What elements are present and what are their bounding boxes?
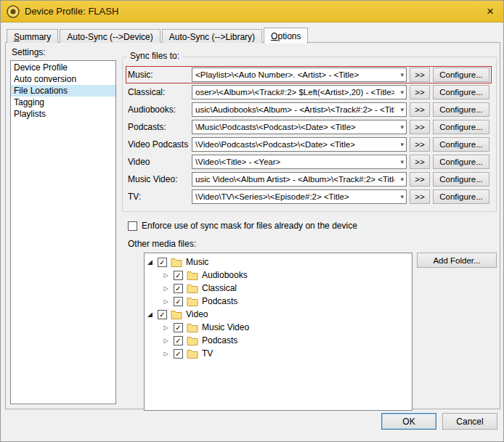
folder-icon (187, 271, 198, 280)
tv-mask-combobox[interactable]: \Video\TV\<Series>\<Episode#:2> <Title> … (192, 189, 407, 204)
classical-mask-combobox[interactable]: oser>\<Album>\<Track#:2> $Left(<Artist>,… (192, 85, 407, 99)
tree-item-music[interactable]: ◢ ✓ Music (146, 255, 410, 269)
close-icon[interactable]: × (477, 1, 503, 22)
sync-files-group-label: Sync files to: (127, 51, 182, 61)
tab-summary[interactable]: Summary (7, 29, 58, 43)
chevron-down-icon[interactable]: ▾ (400, 89, 404, 96)
settings-item-playlists[interactable]: Playlists (11, 108, 115, 120)
music-mask-combobox[interactable]: <Playlist>\<Auto Number>. <Artist> - <Ti… (192, 67, 407, 82)
tab-autosync-device[interactable]: Auto-Sync (-->Device) (60, 29, 160, 43)
expand-icon[interactable]: ▷ (162, 351, 170, 357)
tree-item-podcasts-music[interactable]: ▷ ✓ Podcasts (146, 295, 410, 308)
classical-mask-value: oser>\<Album>\<Track#:2> $Left(<Artist>,… (195, 88, 394, 97)
chevron-down-icon[interactable]: ▾ (400, 106, 404, 113)
video-mask-combobox[interactable]: \Video\<Title> - <Year> ▾ (192, 155, 407, 169)
music-video-configure-button[interactable]: Configure... (433, 172, 489, 187)
tree-label-music: Music (186, 257, 208, 267)
tree-checkbox-tv[interactable]: ✓ (174, 349, 183, 359)
tree-checkbox-audiobooks[interactable]: ✓ (174, 271, 183, 280)
audiobooks-mask-combobox[interactable]: usic\Audiobooks\<Album> - <Artist>\<Trac… (192, 102, 407, 117)
chevron-down-icon[interactable]: ▾ (400, 141, 404, 148)
folder-icon (187, 336, 198, 345)
sync-row-music-video: Music Video: usic Video\<Album Artist> -… (126, 171, 492, 188)
music-video-mask-value: usic Video\<Album Artist> - <Album>\<Tra… (195, 175, 394, 184)
tree-checkbox-music-video[interactable]: ✓ (174, 323, 183, 332)
audiobooks-label: Audiobooks: (128, 105, 189, 115)
tab-options[interactable]: Options (264, 28, 308, 44)
tree-label-music-video: Music Video (202, 322, 249, 332)
tv-configure-button[interactable]: Configure... (433, 189, 489, 204)
tree-item-tv[interactable]: ▷ ✓ TV (146, 347, 410, 360)
music-configure-button[interactable]: Configure... (433, 67, 489, 82)
chevron-down-icon[interactable]: ▾ (400, 71, 404, 78)
tree-checkbox-classical[interactable]: ✓ (174, 284, 183, 293)
video-more-button[interactable]: >> (410, 155, 430, 169)
tree-item-audiobooks[interactable]: ▷ ✓ Audiobooks (146, 269, 410, 282)
folder-icon (187, 349, 198, 359)
tree-label-audiobooks: Audiobooks (202, 270, 248, 280)
video-label: Video (128, 157, 189, 167)
settings-list: Device Profile Auto conversion File Loca… (10, 60, 116, 404)
settings-item-auto-conversion[interactable]: Auto conversion (11, 73, 115, 85)
tree-item-music-video[interactable]: ▷ ✓ Music Video (146, 321, 410, 334)
enforce-sync-mask-checkbox[interactable] (128, 221, 137, 231)
tab-strip: Summary Auto-Sync (-->Device) Auto-Sync … (7, 28, 309, 43)
music-video-more-button[interactable]: >> (410, 172, 430, 187)
other-media-files-label: Other media files: (128, 239, 497, 249)
classical-configure-button[interactable]: Configure... (433, 85, 489, 99)
options-panel: Settings: Device Profile Auto conversion… (5, 42, 500, 409)
collapse-icon[interactable]: ◢ (146, 258, 154, 266)
sync-row-music: Music: <Playlist>\<Auto Number>. <Artist… (126, 66, 492, 83)
expand-icon[interactable]: ▷ (162, 298, 170, 305)
chevron-down-icon[interactable]: ▾ (400, 123, 404, 131)
expand-icon[interactable]: ▷ (162, 272, 170, 279)
tree-checkbox-music[interactable]: ✓ (158, 258, 167, 267)
tree-item-video[interactable]: ◢ ✓ Video (146, 308, 410, 321)
expand-icon[interactable]: ▷ (162, 324, 170, 331)
ok-button[interactable]: OK (381, 413, 436, 430)
expand-icon[interactable]: ▷ (162, 285, 170, 292)
tree-label-video: Video (186, 309, 208, 319)
tab-autosync-library[interactable]: Auto-Sync (-->Library) (162, 29, 262, 43)
podcasts-more-button[interactable]: >> (410, 120, 430, 134)
video-podcasts-more-button[interactable]: >> (410, 137, 430, 152)
sync-row-audiobooks: Audiobooks: usic\Audiobooks\<Album> - <A… (126, 101, 492, 118)
chevron-down-icon[interactable]: ▾ (400, 176, 404, 183)
video-podcasts-mask-combobox[interactable]: \Video\Podcasts\<Podcast>\<Date> <Title>… (192, 137, 407, 152)
music-video-mask-combobox[interactable]: usic Video\<Album Artist> - <Album>\<Tra… (192, 172, 407, 187)
chevron-down-icon[interactable]: ▾ (400, 158, 404, 165)
audiobooks-more-button[interactable]: >> (410, 102, 430, 117)
tree-label-classical: Classical (202, 283, 237, 293)
tree-checkbox-video[interactable]: ✓ (158, 310, 167, 319)
cancel-button[interactable]: Cancel (442, 413, 497, 430)
sync-row-video: Video \Video\<Title> - <Year> ▾ >> Confi… (126, 153, 492, 171)
folder-icon (171, 258, 182, 267)
settings-item-file-locations[interactable]: File Locations (11, 85, 115, 97)
expand-icon[interactable]: ▷ (162, 337, 170, 344)
chevron-down-icon[interactable]: ▾ (400, 193, 404, 200)
tree-checkbox-podcasts-music[interactable]: ✓ (174, 297, 183, 306)
tree-item-podcasts-video[interactable]: ▷ ✓ Podcasts (146, 334, 410, 347)
podcasts-configure-button[interactable]: Configure... (433, 120, 489, 134)
collapse-icon[interactable]: ◢ (146, 311, 154, 318)
window-title: Device Profile: FLASH (25, 6, 118, 17)
video-podcasts-configure-button[interactable]: Configure... (433, 137, 489, 152)
audiobooks-configure-button[interactable]: Configure... (433, 102, 489, 117)
tv-more-button[interactable]: >> (410, 189, 430, 204)
music-video-label: Music Video: (128, 174, 189, 184)
add-folder-button[interactable]: Add Folder... (417, 253, 497, 268)
video-configure-button[interactable]: Configure... (433, 155, 489, 169)
music-more-button[interactable]: >> (410, 67, 430, 82)
sync-row-podcasts: Podcasts: \Music\Podcasts\<Podcast>\<Dat… (126, 118, 492, 136)
classical-more-button[interactable]: >> (410, 85, 430, 99)
dialog-footer: OK Cancel (381, 413, 497, 430)
tree-item-classical[interactable]: ▷ ✓ Classical (146, 282, 410, 295)
settings-item-tagging[interactable]: Tagging (11, 97, 115, 108)
sync-files-group: Sync files to: Music: <Playlist>\<Auto N… (122, 57, 497, 212)
settings-column: Settings: Device Profile Auto conversion… (10, 46, 119, 404)
music-mask-value: <Playlist>\<Auto Number>. <Artist> - <Ti… (195, 70, 359, 79)
settings-item-device-profile[interactable]: Device Profile (11, 62, 115, 73)
tree-label-podcasts-video: Podcasts (202, 335, 237, 345)
podcasts-mask-combobox[interactable]: \Music\Podcasts\<Podcast>\<Date> <Title>… (192, 120, 407, 134)
tree-checkbox-podcasts-video[interactable]: ✓ (174, 336, 183, 345)
